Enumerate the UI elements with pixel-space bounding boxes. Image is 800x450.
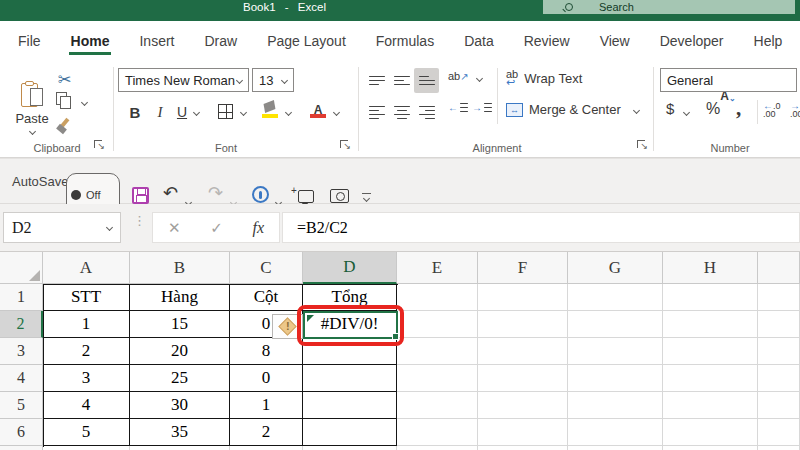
align-bottom-button[interactable] xyxy=(414,68,439,93)
tab-help[interactable]: Help xyxy=(754,29,783,55)
decrease-decimal-button[interactable]: →.0.00 xyxy=(790,102,800,118)
cancel-button[interactable]: ✕ xyxy=(168,219,181,237)
increase-indent-button[interactable]: → xyxy=(472,102,492,113)
formula-input[interactable]: =B2/C2 xyxy=(282,212,800,243)
row-header-2[interactable]: 2 xyxy=(0,311,43,338)
cell-B7[interactable] xyxy=(130,446,230,450)
cell-A3[interactable]: 2 xyxy=(43,338,130,365)
cell-F2[interactable] xyxy=(478,311,568,338)
merge-center-dropdown[interactable] xyxy=(634,108,639,113)
row-header-4[interactable]: 4 xyxy=(0,365,43,392)
column-header-partial[interactable] xyxy=(758,252,800,284)
cell-G2[interactable] xyxy=(568,311,663,338)
cell-B1[interactable]: Hàng xyxy=(130,284,230,311)
cell-G5[interactable] xyxy=(568,392,663,419)
merge-center-button[interactable]: ↔ Merge & Center xyxy=(506,102,621,117)
cell-B2[interactable]: 15 xyxy=(130,311,230,338)
row-header-6[interactable]: 6 xyxy=(0,419,43,446)
tab-insert[interactable]: Insert xyxy=(139,29,174,55)
copy-button[interactable] xyxy=(56,92,71,109)
cell-G7[interactable] xyxy=(568,446,663,450)
cell-E3[interactable] xyxy=(397,338,478,365)
cell-C1[interactable]: Cột xyxy=(230,284,303,311)
font-size-combo[interactable]: 13 xyxy=(252,68,294,92)
orientation-dropdown[interactable] xyxy=(477,76,482,81)
column-header-H[interactable]: H xyxy=(663,252,758,284)
font-name-combo[interactable]: Times New Roman xyxy=(118,68,249,92)
cell-A5[interactable]: 4 xyxy=(43,392,130,419)
column-header-F[interactable]: F xyxy=(478,252,568,284)
name-box[interactable]: D2 xyxy=(3,212,121,243)
cell-G6[interactable] xyxy=(568,419,663,446)
cell-F7[interactable] xyxy=(478,446,568,450)
column-header-C[interactable]: C xyxy=(230,252,303,284)
column-header-A[interactable]: A xyxy=(43,252,130,284)
cell-I3[interactable] xyxy=(758,338,800,365)
row-header-5[interactable]: 5 xyxy=(0,392,43,419)
cell-F3[interactable] xyxy=(478,338,568,365)
cell-H4[interactable] xyxy=(663,365,758,392)
tab-formulas[interactable]: Formulas xyxy=(376,29,434,55)
comma-format-button[interactable]: , xyxy=(736,96,741,121)
cell-F5[interactable] xyxy=(478,392,568,419)
align-left-button[interactable] xyxy=(364,100,389,125)
cell-I5[interactable] xyxy=(758,392,800,419)
cell-F6[interactable] xyxy=(478,419,568,446)
cell-B4[interactable]: 25 xyxy=(130,365,230,392)
currency-dropdown[interactable] xyxy=(684,110,689,115)
underline-dropdown[interactable] xyxy=(194,110,199,115)
currency-format-button[interactable]: $ xyxy=(666,100,674,117)
number-format-combo[interactable]: General xyxy=(660,68,797,92)
underline-button[interactable]: U xyxy=(174,100,190,124)
fill-color-button[interactable] xyxy=(262,102,280,118)
align-top-button[interactable] xyxy=(364,68,389,93)
cell-D2[interactable]: #DIV/0! xyxy=(303,311,397,338)
cell-B6[interactable]: 35 xyxy=(130,419,230,446)
cell-A6[interactable]: 5 xyxy=(43,419,130,446)
tab-draw[interactable]: Draw xyxy=(204,29,237,55)
tab-review[interactable]: Review xyxy=(524,29,570,55)
cell-H2[interactable] xyxy=(663,311,758,338)
tab-page-layout[interactable]: Page Layout xyxy=(267,29,346,55)
error-smart-tag-button[interactable]: ! xyxy=(272,314,303,339)
cell-D4[interactable] xyxy=(303,365,397,392)
cell-E7[interactable] xyxy=(397,446,478,450)
alignment-dialog-launcher[interactable]: ↘ xyxy=(637,140,648,151)
cell-C7[interactable] xyxy=(230,446,303,450)
font-color-button[interactable]: A xyxy=(310,102,326,118)
borders-button[interactable] xyxy=(218,104,233,119)
cell-D7[interactable] xyxy=(303,446,397,450)
cell-A1[interactable]: STT xyxy=(43,284,130,311)
cell-E5[interactable] xyxy=(397,392,478,419)
cell-H7[interactable] xyxy=(663,446,758,450)
cell-G4[interactable] xyxy=(568,365,663,392)
cell-F1[interactable] xyxy=(478,284,568,311)
insert-function-button[interactable]: fx xyxy=(253,219,265,237)
fill-color-dropdown[interactable] xyxy=(286,110,291,115)
row-header-7[interactable]: 7 xyxy=(0,446,43,450)
cell-D5[interactable] xyxy=(303,392,397,419)
tab-file[interactable]: File xyxy=(18,29,41,55)
cell-A7[interactable] xyxy=(43,446,130,450)
decrease-indent-button[interactable]: ← xyxy=(448,102,468,113)
select-all-button[interactable] xyxy=(0,252,43,284)
cell-C5[interactable]: 1 xyxy=(230,392,303,419)
column-header-E[interactable]: E xyxy=(397,252,478,284)
align-middle-button[interactable] xyxy=(389,68,414,93)
increase-decimal-button[interactable]: ←.0.00 xyxy=(763,102,781,118)
cell-I4[interactable] xyxy=(758,365,800,392)
cell-E4[interactable] xyxy=(397,365,478,392)
cell-F4[interactable] xyxy=(478,365,568,392)
cell-G1[interactable] xyxy=(568,284,663,311)
enter-button[interactable]: ✓ xyxy=(210,219,223,237)
cell-I2[interactable] xyxy=(758,311,800,338)
font-color-dropdown[interactable] xyxy=(334,110,339,115)
cell-C6[interactable]: 2 xyxy=(230,419,303,446)
font-dialog-launcher[interactable]: ↘ xyxy=(340,140,351,151)
cell-H5[interactable] xyxy=(663,392,758,419)
cell-C3[interactable]: 8 xyxy=(230,338,303,365)
paste-button[interactable]: Paste xyxy=(8,66,56,148)
search-input[interactable]: Search xyxy=(543,0,795,14)
cell-H1[interactable] xyxy=(663,284,758,311)
align-right-button[interactable] xyxy=(414,100,439,125)
